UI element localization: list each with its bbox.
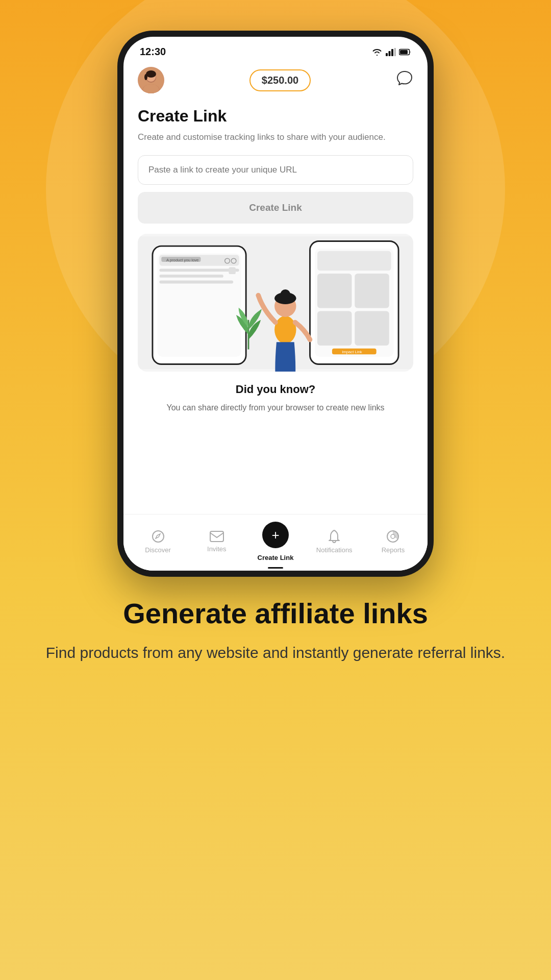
- svg-point-34: [274, 316, 296, 344]
- svg-text:A product you love: A product you love: [166, 258, 198, 262]
- marketing-section: Generate affiliate links Find products f…: [15, 577, 536, 664]
- svg-rect-24: [229, 267, 236, 274]
- url-input[interactable]: [138, 155, 413, 185]
- nav-item-invites[interactable]: Invites: [187, 530, 246, 553]
- nav-item-discover[interactable]: Discover: [129, 529, 187, 554]
- did-you-know-text: You can share directly from your browser…: [148, 401, 403, 414]
- svg-rect-2: [391, 49, 393, 56]
- svg-point-11: [146, 70, 156, 78]
- svg-rect-0: [386, 53, 388, 56]
- svg-rect-1: [389, 51, 391, 56]
- nav-item-create-link[interactable]: + Create Link: [246, 522, 305, 561]
- svg-text:Impact Link: Impact Link: [342, 350, 362, 354]
- svg-rect-29: [355, 274, 389, 308]
- bell-icon: [328, 529, 341, 544]
- did-you-know-section: Did you know? You can share directly fro…: [138, 383, 413, 425]
- svg-point-41: [153, 531, 164, 542]
- bottom-nav: Discover Invites + Create Link: [123, 514, 428, 571]
- balance-badge[interactable]: $250.00: [249, 69, 311, 91]
- app-header: $250.00: [123, 62, 428, 99]
- svg-point-12: [144, 74, 147, 80]
- status-time: 12:30: [140, 46, 166, 58]
- nav-label-reports: Reports: [382, 546, 405, 554]
- svg-rect-21: [159, 268, 239, 272]
- nav-label-create-link: Create Link: [258, 554, 294, 561]
- nav-active-indicator: [268, 567, 283, 569]
- page-subtitle: Create and customise tracking links to s…: [138, 131, 413, 144]
- nav-label-invites: Invites: [207, 545, 227, 553]
- svg-rect-31: [355, 311, 389, 346]
- signal-icon: [386, 48, 396, 56]
- marketing-subheadline: Find products from any website and insta…: [46, 641, 505, 664]
- svg-rect-3: [394, 48, 396, 56]
- svg-rect-27: [317, 251, 391, 271]
- svg-rect-30: [317, 311, 352, 346]
- nav-label-discover: Discover: [145, 546, 171, 554]
- chat-icon[interactable]: [396, 70, 413, 90]
- svg-rect-42: [210, 531, 223, 542]
- svg-point-38: [281, 289, 290, 299]
- svg-rect-22: [159, 275, 223, 278]
- nav-item-notifications[interactable]: Notifications: [305, 529, 364, 554]
- svg-rect-5: [400, 50, 408, 54]
- svg-rect-28: [317, 274, 352, 308]
- status-bar: 12:30: [123, 37, 428, 62]
- phone-frame-wrapper: 12:30: [117, 31, 434, 577]
- wifi-icon: [371, 48, 383, 56]
- battery-icon: [399, 48, 411, 56]
- svg-point-44: [391, 534, 395, 538]
- main-content: Create Link Create and customise trackin…: [123, 99, 428, 514]
- status-icons: [371, 48, 411, 56]
- nav-label-notifications: Notifications: [316, 546, 353, 554]
- create-link-plus-icon: +: [262, 522, 289, 548]
- page-title: Create Link: [138, 107, 413, 126]
- envelope-icon: [210, 530, 224, 543]
- nav-item-reports[interactable]: Reports: [364, 529, 422, 554]
- illustration-card: A product you love: [138, 234, 413, 372]
- did-you-know-title: Did you know?: [148, 383, 403, 396]
- create-link-button[interactable]: Create Link: [138, 192, 413, 224]
- avatar[interactable]: [138, 67, 164, 93]
- phone-frame: 12:30: [117, 31, 434, 577]
- phone-screen: 12:30: [123, 37, 428, 571]
- svg-rect-23: [159, 280, 233, 283]
- chart-icon: [386, 529, 400, 544]
- marketing-headline: Generate affiliate links: [46, 597, 505, 630]
- compass-icon: [151, 529, 165, 544]
